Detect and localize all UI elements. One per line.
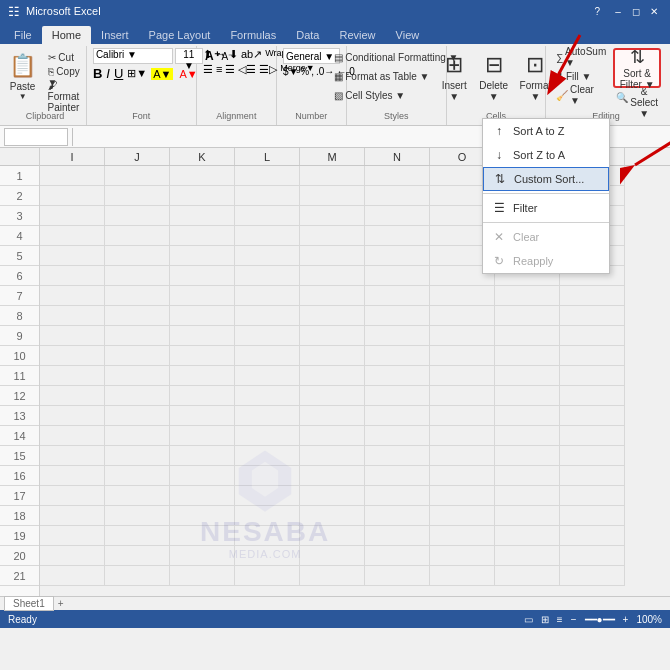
cut-button[interactable]: ✂ Cut [43, 48, 86, 66]
row-3[interactable]: 3 [0, 206, 39, 226]
clear-button[interactable]: 🧹 Clear ▼ [551, 86, 611, 104]
page-layout-view-button[interactable]: ⊞ [541, 614, 549, 625]
name-box[interactable] [4, 128, 68, 146]
row-15[interactable]: 15 [0, 446, 39, 466]
autosum-label: AutoSum ▼ [565, 46, 606, 68]
italic-button[interactable]: I [106, 66, 110, 81]
decrease-indent-button[interactable]: ◁☰ [238, 63, 256, 76]
tab-data[interactable]: Data [286, 26, 329, 44]
align-top-button[interactable]: ⬆ [203, 48, 212, 61]
sort-filter-button[interactable]: ⇅ Sort & Filter ▼ [613, 48, 661, 88]
sort-a-to-z-label: Sort A to Z [513, 125, 564, 137]
align-right-button[interactable]: ☰ [225, 63, 235, 76]
align-left-button[interactable]: ☰ [203, 63, 213, 76]
restore-button[interactable]: ◻ [628, 3, 644, 19]
row-8[interactable]: 8 [0, 306, 39, 326]
highlight-color-button[interactable]: A▼ [151, 68, 173, 80]
cells-content: ⊞ Insert ▼ ⊟ Delete ▼ ⊡ Format ▼ [436, 48, 556, 111]
col-header-N[interactable]: N [365, 148, 430, 165]
zoom-in-button[interactable]: + [623, 614, 629, 625]
col-header-J[interactable]: J [105, 148, 170, 165]
fill-label: Fill ▼ [566, 71, 591, 82]
tab-page-layout[interactable]: Page Layout [139, 26, 221, 44]
row-17[interactable]: 17 [0, 486, 39, 506]
row-14[interactable]: 14 [0, 426, 39, 446]
percent-button[interactable]: % [300, 66, 309, 77]
row-4[interactable]: 4 [0, 226, 39, 246]
increase-indent-button[interactable]: ☰▷ [259, 63, 277, 76]
tab-home[interactable]: Home [42, 26, 91, 44]
normal-view-button[interactable]: ▭ [524, 614, 533, 625]
horizontal-scrollbar[interactable]: Sheet1 + [0, 596, 670, 610]
row-21[interactable]: 21 [0, 566, 39, 586]
col-header-K[interactable]: K [170, 148, 235, 165]
fill-button[interactable]: ⬇ Fill ▼ [551, 67, 611, 85]
format-painter-button[interactable]: 🖌 Format Painter [43, 88, 86, 106]
row-11[interactable]: 11 [0, 366, 39, 386]
zoom-out-button[interactable]: − [571, 614, 577, 625]
paste-button[interactable]: 📋 Paste ▼ [5, 48, 41, 106]
col-header-L[interactable]: L [235, 148, 300, 165]
border-button[interactable]: ⊞▼ [127, 67, 147, 80]
insert-button[interactable]: ⊞ Insert ▼ [436, 48, 472, 106]
corner-cell [0, 148, 40, 166]
tab-review[interactable]: Review [329, 26, 385, 44]
row-12[interactable]: 12 [0, 386, 39, 406]
col-header-M[interactable]: M [300, 148, 365, 165]
orientation-button[interactable]: ab↗ [241, 48, 262, 61]
custom-sort-item[interactable]: ⇅ Custom Sort... [483, 167, 609, 191]
close-button[interactable]: ✕ [646, 3, 662, 19]
row-20[interactable]: 20 [0, 546, 39, 566]
row-13[interactable]: 13 [0, 406, 39, 426]
sort-filter-dropdown: ↑ Sort A to Z ↓ Sort Z to A ⇅ Custom Sor… [482, 118, 610, 274]
row-6[interactable]: 6 [0, 266, 39, 286]
tab-formulas[interactable]: Formulas [220, 26, 286, 44]
fill-icon: ⬇ [556, 71, 564, 82]
align-middle-button[interactable]: ↔ [215, 48, 226, 61]
styles-label: Styles [353, 111, 440, 123]
tab-file[interactable]: File [4, 26, 42, 44]
row-18[interactable]: 18 [0, 506, 39, 526]
menu-separator [483, 193, 609, 194]
find-select-button[interactable]: 🔍 Find & Select ▼ [613, 89, 661, 105]
sort-a-to-z-item[interactable]: ↑ Sort A to Z [483, 119, 609, 143]
cell-styles-button[interactable]: ▧ Cell Styles ▼ [329, 86, 410, 104]
autosum-button[interactable]: ∑ AutoSum ▼ [551, 48, 611, 66]
row-10[interactable]: 10 [0, 346, 39, 366]
col-header-I[interactable]: I [40, 148, 105, 165]
row-1[interactable]: 1 [0, 166, 39, 186]
row-16[interactable]: 16 [0, 466, 39, 486]
filter-label: Filter [513, 202, 537, 214]
font-family-selector[interactable]: Calibri ▼ [93, 48, 173, 64]
grid-row [40, 346, 670, 366]
row-7[interactable]: 7 [0, 286, 39, 306]
row-5[interactable]: 5 [0, 246, 39, 266]
format-as-table-button[interactable]: ▦ Format as Table ▼ [329, 67, 434, 85]
paste-icon: 📋 [9, 53, 36, 79]
filter-item[interactable]: ☰ Filter [483, 196, 609, 220]
grid-row [40, 366, 670, 386]
sort-z-to-a-item[interactable]: ↓ Sort Z to A [483, 143, 609, 167]
row-9[interactable]: 9 [0, 326, 39, 346]
sheet-tab[interactable]: Sheet1 [4, 596, 54, 611]
minimize-button[interactable]: – [610, 3, 626, 19]
cell[interactable] [40, 166, 105, 186]
grid-row [40, 486, 670, 506]
row-numbers: 1 2 3 4 5 6 7 8 9 10 11 12 13 14 15 16 1… [0, 166, 40, 596]
align-bottom-button[interactable]: ⬇ [229, 48, 238, 61]
zoom-slider[interactable]: ━━●━━ [585, 614, 615, 625]
currency-button[interactable]: $▼ [283, 66, 298, 77]
underline-button[interactable]: U [114, 66, 123, 81]
align-center-button[interactable]: ≡ [216, 63, 222, 76]
status-bar: Ready ▭ ⊞ ≡ − ━━●━━ + 100% [0, 610, 670, 628]
row-19[interactable]: 19 [0, 526, 39, 546]
page-break-view-button[interactable]: ≡ [557, 614, 563, 625]
add-sheet-button[interactable]: + [58, 598, 64, 609]
row-2[interactable]: 2 [0, 186, 39, 206]
delete-button[interactable]: ⊟ Delete ▼ [474, 48, 513, 106]
tab-view[interactable]: View [386, 26, 430, 44]
tab-insert[interactable]: Insert [91, 26, 139, 44]
comma-button[interactable]: , [311, 66, 314, 77]
bold-button[interactable]: B [93, 66, 102, 81]
reapply-item: ↻ Reapply [483, 249, 609, 273]
